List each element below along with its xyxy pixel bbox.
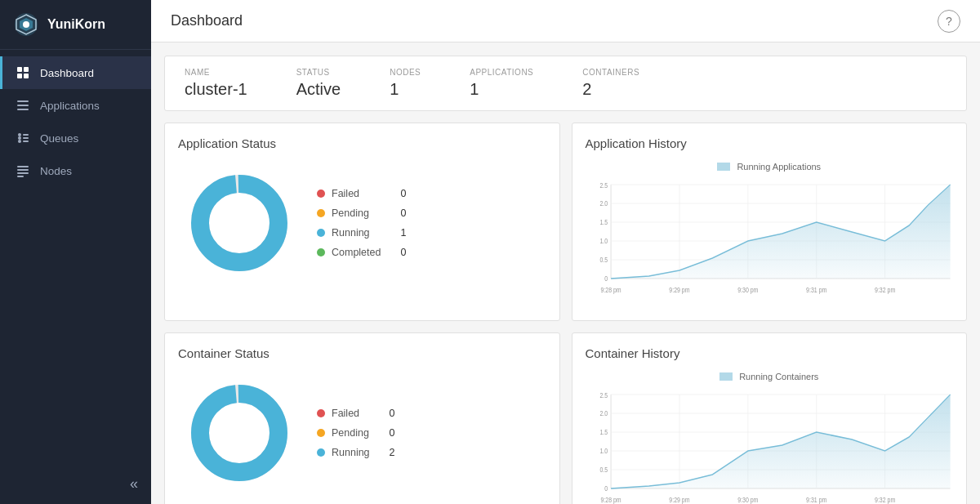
sidebar-item-applications[interactable]: Applications bbox=[0, 89, 151, 122]
svg-text:0.5: 0.5 bbox=[599, 256, 608, 264]
container-status-title: Container Status bbox=[178, 346, 546, 360]
svg-text:2.0: 2.0 bbox=[599, 409, 608, 417]
svg-text:9:28 pm: 9:28 pm bbox=[600, 286, 621, 294]
cluster-nodes-label: NODES bbox=[390, 68, 421, 77]
svg-rect-13 bbox=[23, 137, 29, 139]
svg-text:9:30 pm: 9:30 pm bbox=[737, 496, 758, 504]
svg-rect-7 bbox=[17, 105, 29, 106]
container-history-svg: 0 0.5 1.0 1.5 2.0 2.5 9:28 pm 9:29 pm 9:… bbox=[586, 386, 954, 504]
app-status-title: Application Status bbox=[178, 136, 546, 150]
app-history-svg: 0 0.5 1.0 1.5 2.0 2.5 9:28 pm 9:29 pm 9:… bbox=[586, 176, 954, 299]
svg-text:1.0: 1.0 bbox=[599, 447, 608, 455]
cluster-containers-field: CONTAINERS 2 bbox=[582, 68, 639, 99]
cluster-info-card: NAME cluster-1 STATUS Active NODES 1 APP… bbox=[164, 56, 967, 111]
svg-rect-5 bbox=[24, 74, 29, 78]
svg-text:2.5: 2.5 bbox=[599, 391, 608, 399]
legend-label: Running Applications bbox=[737, 162, 821, 172]
svg-rect-4 bbox=[17, 74, 22, 78]
svg-rect-12 bbox=[23, 134, 29, 136]
container-legend-pending: Pending 0 bbox=[317, 427, 395, 439]
svg-text:2.0: 2.0 bbox=[599, 199, 608, 207]
svg-text:0.5: 0.5 bbox=[599, 466, 608, 474]
container-status-legend: Failed 0 Pending 0 Running 2 bbox=[317, 408, 395, 458]
main-content: Dashboard ? NAME cluster-1 STATUS Active… bbox=[151, 0, 980, 504]
cluster-nodes-value: 1 bbox=[390, 80, 421, 99]
app-charts-row: Application Status Failed bbox=[164, 123, 967, 321]
logo-area: YuniKorn bbox=[0, 0, 151, 50]
app-name: YuniKorn bbox=[47, 17, 105, 32]
app-history-card: Application History Running Applications bbox=[572, 123, 968, 321]
app-status-donut bbox=[186, 170, 292, 276]
cluster-name-value: cluster-1 bbox=[185, 80, 247, 99]
svg-text:0: 0 bbox=[604, 484, 608, 493]
topbar: Dashboard ? bbox=[151, 0, 980, 42]
svg-text:9:29 pm: 9:29 pm bbox=[669, 496, 689, 504]
legend-running: Running 1 bbox=[317, 227, 406, 239]
svg-point-46 bbox=[218, 412, 261, 454]
nav-menu: Dashboard Applications bbox=[0, 50, 151, 464]
svg-text:9:32 pm: 9:32 pm bbox=[875, 286, 895, 294]
logo-icon bbox=[13, 11, 39, 38]
cluster-name-field: NAME cluster-1 bbox=[185, 68, 247, 99]
sidebar-item-label: Dashboard bbox=[40, 67, 94, 79]
nodes-icon bbox=[16, 163, 30, 178]
c-failed-dot bbox=[317, 409, 325, 417]
sidebar-item-dashboard[interactable]: Dashboard bbox=[0, 56, 151, 89]
dashboard-body: NAME cluster-1 STATUS Active NODES 1 APP… bbox=[151, 42, 980, 504]
cluster-applications-label: APPLICATIONS bbox=[470, 68, 533, 77]
svg-point-21 bbox=[218, 202, 261, 244]
container-history-title: Container History bbox=[586, 346, 954, 360]
svg-point-1 bbox=[23, 21, 29, 28]
svg-text:0: 0 bbox=[604, 274, 608, 283]
sidebar-item-label: Queues bbox=[40, 132, 78, 145]
app-status-card: Application Status Failed bbox=[164, 123, 560, 321]
svg-point-10 bbox=[18, 136, 21, 140]
svg-text:9:29 pm: 9:29 pm bbox=[669, 286, 689, 294]
cluster-status-label: STATUS bbox=[296, 68, 341, 77]
app-status-legend: Failed 0 Pending 0 Running 1 bbox=[317, 188, 406, 258]
sidebar-item-label: Applications bbox=[40, 100, 100, 112]
c-legend-swatch bbox=[719, 372, 733, 381]
svg-rect-15 bbox=[17, 166, 29, 167]
sidebar-item-nodes[interactable]: Nodes bbox=[0, 154, 151, 187]
svg-rect-3 bbox=[24, 67, 29, 72]
svg-text:1.0: 1.0 bbox=[599, 237, 608, 245]
svg-text:9:28 pm: 9:28 pm bbox=[600, 496, 621, 504]
svg-text:9:31 pm: 9:31 pm bbox=[806, 496, 826, 504]
c-pending-dot bbox=[317, 429, 325, 437]
container-charts-row: Container Status Failed 0 bbox=[164, 332, 967, 504]
svg-text:9:31 pm: 9:31 pm bbox=[806, 286, 826, 294]
cluster-containers-value: 2 bbox=[582, 80, 639, 99]
dashboard-icon bbox=[16, 65, 30, 80]
help-button[interactable]: ? bbox=[938, 10, 960, 33]
container-status-donut-container: Failed 0 Pending 0 Running 2 bbox=[178, 372, 546, 494]
container-status-card: Container Status Failed 0 bbox=[164, 332, 560, 504]
svg-point-9 bbox=[18, 133, 21, 136]
cluster-nodes-field: NODES 1 bbox=[390, 68, 421, 99]
sidebar-item-label: Nodes bbox=[40, 165, 72, 177]
c-running-dot bbox=[317, 448, 325, 457]
app-history-chart: 0 0.5 1.0 1.5 2.0 2.5 9:28 pm 9:29 pm 9:… bbox=[586, 176, 954, 307]
cluster-containers-label: CONTAINERS bbox=[582, 68, 639, 77]
container-history-legend: Running Containers bbox=[586, 372, 954, 381]
queues-icon bbox=[16, 131, 30, 145]
pending-dot bbox=[317, 209, 325, 217]
app-history-legend: Running Applications bbox=[586, 162, 954, 172]
failed-dot bbox=[317, 190, 325, 198]
sidebar-item-queues[interactable]: Queues bbox=[0, 122, 151, 154]
svg-rect-14 bbox=[23, 140, 29, 142]
applications-icon bbox=[16, 98, 30, 113]
svg-text:9:30 pm: 9:30 pm bbox=[737, 286, 758, 294]
collapse-button[interactable]: « bbox=[0, 464, 151, 504]
svg-rect-16 bbox=[17, 169, 29, 171]
container-history-card: Container History Running Containers bbox=[572, 332, 968, 504]
cluster-status-value: Active bbox=[296, 80, 341, 99]
svg-rect-8 bbox=[17, 109, 29, 110]
legend-swatch bbox=[717, 163, 730, 171]
svg-text:1.5: 1.5 bbox=[599, 428, 608, 436]
svg-rect-6 bbox=[17, 100, 29, 102]
svg-point-11 bbox=[18, 140, 21, 143]
container-history-chart: 0 0.5 1.0 1.5 2.0 2.5 9:28 pm 9:29 pm 9:… bbox=[586, 386, 954, 504]
svg-rect-2 bbox=[17, 67, 22, 72]
svg-rect-18 bbox=[17, 176, 24, 177]
